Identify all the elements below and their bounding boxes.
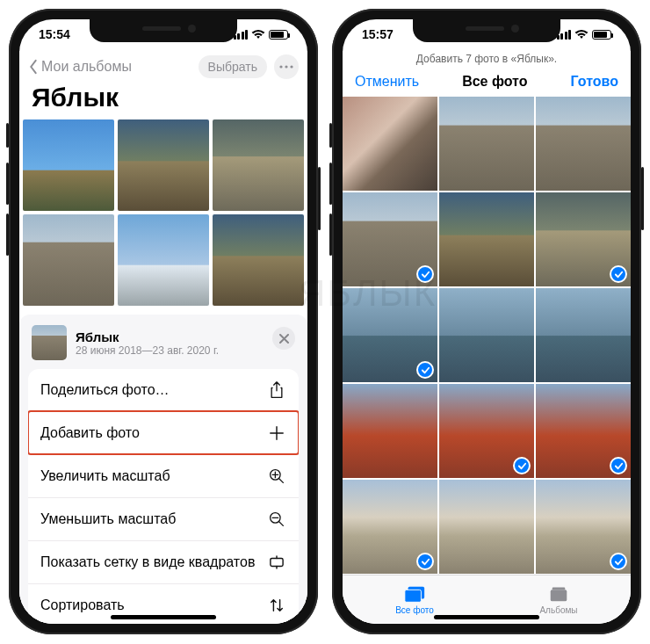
photo-thumb[interactable] <box>118 119 209 211</box>
back-label: Мои альбомы <box>41 59 132 75</box>
album-grid <box>19 119 307 309</box>
status-time: 15:57 <box>362 27 394 41</box>
close-icon <box>279 334 289 344</box>
aspect-icon <box>267 553 286 572</box>
photo-cell[interactable] <box>439 288 534 382</box>
photo-cell[interactable] <box>536 97 631 191</box>
status-time: 15:54 <box>39 27 70 41</box>
photo-cell[interactable] <box>536 192 631 286</box>
selected-badge <box>610 553 627 570</box>
albums-icon <box>547 584 570 604</box>
menu-label: Сортировать <box>40 597 125 613</box>
photo-cell[interactable] <box>439 192 534 286</box>
photo-cell[interactable] <box>439 97 534 191</box>
notch <box>413 19 560 42</box>
select-button[interactable]: Выбрать <box>199 55 267 78</box>
menu: Поделиться фото… Добавить фото Увеличить… <box>28 369 299 624</box>
sort-icon <box>267 596 286 615</box>
photo-cell[interactable] <box>439 384 534 478</box>
photo-cell[interactable] <box>343 288 437 382</box>
selected-badge <box>610 265 627 283</box>
menu-label: Поделиться фото… <box>40 382 170 398</box>
svg-rect-5 <box>271 559 283 567</box>
menu-item-add-photo[interactable]: Добавить фото <box>28 411 299 454</box>
home-indicator[interactable] <box>434 615 539 619</box>
selected-badge <box>513 457 531 474</box>
menu-item-zoom-in[interactable]: Увеличить масштаб <box>28 454 299 497</box>
sheet-title: Яблык <box>76 329 219 344</box>
menu-label: Показать сетку в виде квадратов <box>40 554 255 570</box>
photo-cell[interactable] <box>536 288 631 382</box>
picker-subtitle: Добавить 7 фото в «Яблык». <box>343 51 631 70</box>
wifi-icon <box>574 29 589 40</box>
zoom-in-icon <box>267 467 286 486</box>
photos-icon <box>403 584 426 604</box>
back-button[interactable]: Мои альбомы <box>28 59 132 75</box>
selected-badge <box>416 553 434 570</box>
photo-cell[interactable] <box>343 384 437 478</box>
plus-icon <box>267 423 286 443</box>
photo-thumb[interactable] <box>23 119 114 211</box>
menu-item-share[interactable]: Поделиться фото… <box>28 369 299 411</box>
menu-item-grid[interactable]: Показать сетку в виде квадратов <box>28 540 299 583</box>
menu-label: Уменьшить масштаб <box>40 511 176 527</box>
photo-cell[interactable] <box>343 192 437 286</box>
sheet-subtitle: 28 июня 2018—23 авг. 2020 г. <box>76 344 219 357</box>
share-icon <box>267 380 286 400</box>
phone-left: 15:54 Мои альбомы Выбрать Я <box>9 9 318 634</box>
selected-badge <box>416 361 434 379</box>
photo-thumb[interactable] <box>213 214 304 306</box>
menu-label: Добавить фото <box>40 425 140 441</box>
more-button[interactable] <box>274 54 299 79</box>
close-button[interactable] <box>272 327 295 350</box>
photo-cell[interactable] <box>343 97 437 191</box>
battery-icon <box>269 30 288 40</box>
svg-point-0 <box>279 65 282 68</box>
cancel-button[interactable]: Отменить <box>355 74 419 90</box>
sheet-thumb <box>32 325 67 360</box>
home-indicator[interactable] <box>111 615 216 619</box>
svg-point-1 <box>285 65 287 68</box>
picker-grid <box>343 97 631 575</box>
picker-title: Все фото <box>462 74 527 90</box>
svg-point-2 <box>290 65 292 68</box>
done-button[interactable]: Готово <box>571 74 618 90</box>
page-title: Яблык <box>19 81 307 119</box>
ellipsis-icon <box>279 65 293 69</box>
selected-badge <box>416 265 434 283</box>
photo-thumb[interactable] <box>118 214 209 306</box>
battery-icon <box>592 30 611 40</box>
photo-cell[interactable] <box>536 384 631 478</box>
menu-label: Увеличить масштаб <box>40 468 170 484</box>
svg-rect-10 <box>552 588 566 590</box>
menu-item-zoom-out[interactable]: Уменьшить масштаб <box>28 497 299 540</box>
svg-rect-9 <box>551 590 567 601</box>
chevron-left-icon <box>28 59 39 75</box>
photo-cell[interactable] <box>343 480 437 574</box>
action-sheet: Яблык 28 июня 2018—23 авг. 2020 г. Подел… <box>19 315 307 624</box>
tab-label: Альбомы <box>539 605 577 615</box>
photo-thumb[interactable] <box>213 119 304 211</box>
photo-thumb[interactable] <box>23 214 114 306</box>
wifi-icon <box>251 29 265 40</box>
phone-right: 15:57 Добавить 7 фото в «Яблык». Отменит… <box>332 9 641 634</box>
photo-cell[interactable] <box>536 480 631 574</box>
notch <box>90 19 237 42</box>
selected-badge <box>610 457 627 474</box>
tab-label: Все фото <box>395 605 434 615</box>
svg-rect-8 <box>405 590 422 602</box>
zoom-out-icon <box>267 510 286 529</box>
photo-cell[interactable] <box>439 480 534 574</box>
